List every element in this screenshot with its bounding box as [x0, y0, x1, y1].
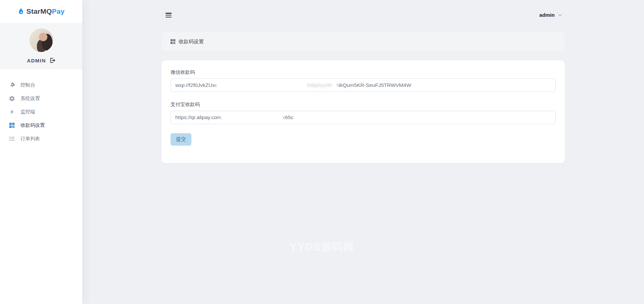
topbar: admin: [162, 9, 565, 21]
redaction-smudge: hMphyxM: [219, 81, 335, 89]
rocket-icon: [9, 82, 15, 88]
alipay-code-input[interactable]: https://qr.alipay.com,x65c: [171, 111, 556, 124]
sidebar-item-order-list[interactable]: 订单列表: [0, 132, 82, 145]
brand-name: StarMQPay: [27, 7, 65, 15]
main-area: admin 收款码设置 微信收款码 wxp://f2f0JvkZUxchMphy…: [82, 0, 644, 304]
sidebar-item-payment-code-settings[interactable]: 收款码设置: [0, 118, 82, 132]
submit-button[interactable]: 提交: [171, 133, 191, 146]
flame-icon: [18, 8, 24, 15]
list-icon: [9, 136, 15, 142]
page-title: 收款码设置: [179, 39, 204, 45]
brand-name-pay: Pay: [52, 7, 64, 15]
wechat-code-masked-text: hMphyxM: [307, 82, 335, 88]
brand-logo[interactable]: StarMQPay: [0, 0, 82, 23]
hamburger-icon[interactable]: [166, 13, 172, 17]
logout-icon[interactable]: [49, 57, 55, 63]
sidebar-menu: 控制台 系统设置 监控端 收款码设置 订单列表: [0, 69, 82, 145]
bolt-icon: [9, 109, 15, 115]
payment-code-form-card: 微信收款码 wxp://f2f0JvkZUxchMphyxMNkQum5KR-S…: [162, 60, 565, 163]
redaction-smudge: [224, 113, 281, 121]
sidebar-item-label: 收款码设置: [20, 122, 45, 129]
sidebar-item-label: 监控端: [20, 109, 35, 115]
wechat-code-value-suffix: NkQum5KR-SeuFJ5TRWVM4W: [336, 82, 411, 88]
gear-icon: [9, 96, 15, 101]
alipay-code-field: 支付宝收款码 https://qr.alipay.com,x65c: [171, 101, 556, 124]
sidebar-item-label: 控制台: [20, 82, 35, 88]
page-header: 收款码设置: [162, 32, 565, 51]
brand-name-star: StarMQ: [27, 7, 52, 15]
wechat-code-field: 微信收款码 wxp://f2f0JvkZUxchMphyxMNkQum5KR-S…: [171, 69, 556, 92]
avatar: [30, 29, 53, 52]
alipay-code-value-prefix: https://qr.alipay.com,: [175, 114, 223, 120]
sidebar-item-dashboard[interactable]: 控制台: [0, 78, 82, 92]
user-name-label: ADMIN: [27, 58, 46, 63]
sidebar-item-monitor[interactable]: 监控端: [0, 105, 82, 118]
wechat-code-value-prefix: wxp://f2f0JvkZUxc: [175, 82, 218, 88]
sidebar-item-system-settings[interactable]: 系统设置: [0, 92, 82, 105]
alipay-code-value-suffix: x65c: [282, 114, 293, 120]
alipay-code-label: 支付宝收款码: [171, 101, 556, 108]
user-profile-panel: ADMIN: [0, 23, 82, 69]
sidebar: StarMQPay ADMIN 控制台 系统设置: [0, 0, 82, 304]
wechat-code-label: 微信收款码: [171, 69, 556, 75]
sidebar-item-label: 订单列表: [20, 136, 40, 142]
wechat-code-input[interactable]: wxp://f2f0JvkZUxchMphyxMNkQum5KR-SeuFJ5T…: [171, 79, 556, 92]
username-label: admin: [539, 12, 555, 18]
qrcode-icon: [9, 122, 15, 128]
chevron-down-icon: [558, 14, 562, 16]
sidebar-item-label: 系统设置: [20, 95, 40, 102]
user-dropdown[interactable]: admin: [539, 12, 562, 18]
qrcode-icon: [170, 39, 176, 44]
